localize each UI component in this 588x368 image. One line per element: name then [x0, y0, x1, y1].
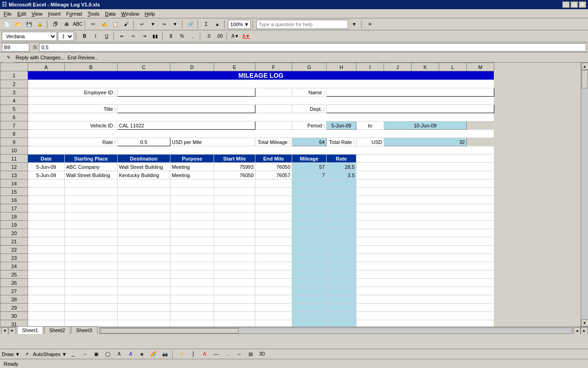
restore-button[interactable]: ◻ [571, 1, 578, 8]
menu-window[interactable]: Window [119, 10, 142, 17]
menu-tools[interactable]: Tools [85, 10, 102, 17]
track-changes-btn[interactable]: ✎ [4, 52, 14, 63]
redo-button[interactable]: ↪ [159, 19, 169, 29]
menu-format[interactable]: Format [63, 10, 85, 17]
tab-right-arrow[interactable]: ► [9, 327, 16, 334]
scroll-up-arrow[interactable]: ▲ [581, 63, 588, 70]
font-color-btn2[interactable]: A [199, 349, 209, 359]
r12-dest[interactable]: Wall Street Building [118, 163, 170, 171]
r13-purpose[interactable]: Meeting [170, 171, 214, 179]
col-header-f[interactable]: F [255, 63, 292, 71]
print-button[interactable]: 🖶 [62, 19, 72, 29]
format-painter-button[interactable]: 🖌 [121, 19, 131, 29]
title-input[interactable] [118, 105, 255, 113]
scroll-track[interactable] [581, 70, 588, 319]
open-button[interactable]: 📂 [13, 19, 23, 29]
rect-button[interactable]: ▣ [91, 349, 101, 359]
col-header-i[interactable]: I [356, 63, 384, 71]
select-object-button[interactable]: ↗ [22, 349, 32, 359]
menu-edit[interactable]: Edit [15, 10, 29, 17]
scroll-thumb[interactable] [582, 70, 588, 88]
menu-file[interactable]: File [1, 10, 15, 17]
bold-button[interactable]: B [79, 31, 90, 41]
comma-button[interactable]: , [188, 31, 198, 41]
vehicle-id-input[interactable]: CAL 11022 [118, 121, 255, 130]
font-selector[interactable]: Verdana [2, 32, 57, 41]
sheet-tab-3[interactable]: Sheet3 [71, 326, 97, 334]
total-mileage-value[interactable]: 64 [292, 138, 327, 146]
autosum-button[interactable]: Σ [201, 19, 211, 29]
new-button[interactable]: 📄 [2, 19, 12, 29]
name-input[interactable] [327, 88, 494, 97]
line-color-btn[interactable]: ⎮ [188, 349, 198, 359]
help-input[interactable] [256, 20, 348, 29]
cut-button[interactable]: ✄ [88, 19, 98, 29]
period-from-cell[interactable]: 5-Jun-09 [327, 121, 356, 130]
r12-start-mile[interactable]: 75993 [214, 163, 255, 171]
r12-mileage[interactable]: 57 [292, 163, 327, 171]
textbox-button[interactable]: A [114, 349, 124, 359]
zoom-box[interactable]: 100% ▼ [228, 20, 251, 29]
ellipse-button[interactable]: ◯ [102, 349, 113, 359]
copy-button[interactable]: ✍ [99, 19, 109, 29]
menu-insert[interactable]: Insert [45, 10, 63, 17]
vertical-scrollbar[interactable]: ▲ ▼ [581, 63, 588, 327]
r12-end-mile[interactable]: 76050 [255, 163, 292, 171]
sheet-tab-1[interactable]: Sheet1 [17, 326, 43, 334]
tab-left-arrow[interactable]: ◄ [1, 327, 8, 334]
shadow-btn[interactable]: ▤ [245, 349, 255, 359]
arrow-button[interactable]: → [79, 349, 90, 359]
redo-dropdown[interactable]: ▼ [170, 19, 180, 29]
r13-rate[interactable]: 3.5 [327, 171, 356, 179]
fill-color-btn2[interactable]: ▽ [176, 349, 187, 359]
save-button[interactable]: 💾 [24, 19, 34, 29]
paste-button[interactable]: 📋 [110, 19, 120, 29]
draw-label[interactable]: Draw [2, 351, 14, 357]
employee-id-input[interactable] [118, 88, 255, 97]
dept-input[interactable] [327, 105, 494, 113]
r13-date[interactable]: 5-Jun-09 [28, 171, 65, 179]
period-to-cell[interactable]: 10-Jun-09 [384, 121, 467, 130]
col-header-l[interactable]: L [439, 63, 467, 71]
col-header-j[interactable]: J [384, 63, 412, 71]
grid-scroll[interactable]: A B C D E F G H I J K L M [0, 63, 581, 327]
align-center-button[interactable]: ⇨ [128, 31, 138, 41]
3d-btn[interactable]: 3D [257, 349, 267, 359]
permission-button[interactable]: 🔒 [35, 19, 45, 29]
percent-button[interactable]: % [177, 31, 187, 41]
r13-start[interactable]: Wall Street Building [65, 171, 118, 179]
r13-mileage[interactable]: 7 [292, 171, 327, 179]
font-color-button[interactable]: A▼ [241, 31, 251, 41]
r12-rate[interactable]: 28.5 [327, 163, 356, 171]
col-header-a[interactable]: A [28, 63, 65, 71]
col-header-b[interactable]: B [65, 63, 118, 71]
font-size-selector[interactable]: 10 [58, 32, 74, 41]
dash-style-btn[interactable]: ‥ [222, 349, 232, 359]
r12-start[interactable]: ABC Company [65, 163, 118, 171]
menu-help[interactable]: Help [142, 10, 158, 17]
help-arrow-button[interactable]: ▼ [349, 19, 359, 29]
close-workbook-button[interactable]: ✕ [365, 19, 375, 29]
underline-button[interactable]: U [102, 31, 112, 41]
col-header-m[interactable]: M [467, 63, 494, 71]
autoshapes-dropdown-icon[interactable]: ▼ [62, 351, 67, 357]
scroll-left-arrow[interactable]: ◄ [573, 327, 581, 334]
spell-check-button[interactable]: ABC [73, 19, 83, 29]
clipart-button[interactable]: 🌈 [148, 349, 158, 359]
minimize-button[interactable]: _ [562, 1, 570, 8]
italic-button[interactable]: I [90, 31, 101, 41]
currency-button[interactable]: $ [166, 31, 176, 41]
scroll-down-arrow[interactable]: ▼ [581, 319, 588, 327]
arrow-style-btn[interactable]: ↔ [234, 349, 244, 359]
col-header-h[interactable]: H [327, 63, 356, 71]
diagram-button[interactable]: ◈ [137, 349, 147, 359]
line-button[interactable]: ⎯ [68, 349, 78, 359]
rate-input[interactable]: 0.5 [118, 138, 170, 146]
scroll-right-arrow[interactable]: ► [581, 327, 588, 334]
menu-view[interactable]: View [29, 10, 45, 17]
undo-button[interactable]: ↩ [137, 19, 147, 29]
draw-dropdown-icon[interactable]: ▼ [15, 351, 20, 357]
wordart-button[interactable]: A [125, 349, 136, 359]
r12-purpose[interactable]: Meeting [170, 163, 214, 171]
sheet-tab-2[interactable]: Sheet2 [44, 326, 70, 334]
